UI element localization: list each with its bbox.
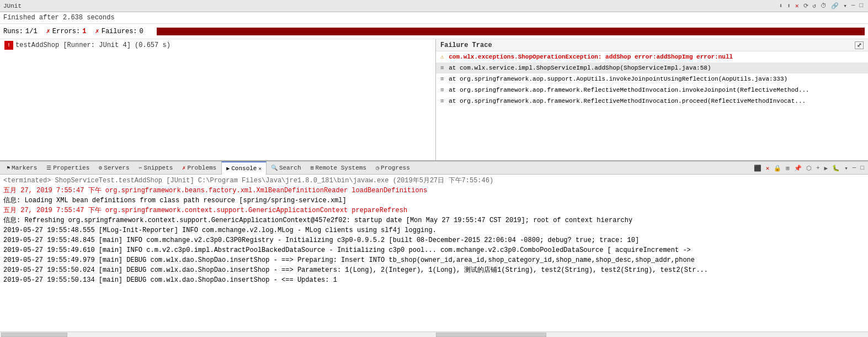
trace-stack-icon-3: ≡: [440, 87, 444, 93]
tab-snippets-label: Snippets: [144, 165, 173, 171]
console-new-icon[interactable]: +: [814, 164, 822, 172]
console-line-5: 2019-05-27 19:55:48.845 [main] INFO com.…: [0, 235, 868, 245]
trace-warning-icon: ⚠: [440, 54, 444, 60]
failures-stat: ✗ Failures: 0: [95, 27, 143, 35]
tab-snippets[interactable]: ✂ Snippets: [135, 161, 178, 175]
console-scroll-thumb[interactable]: [1, 333, 67, 337]
console-stop-icon[interactable]: ⬛: [752, 164, 763, 172]
runs-label: Runs:: [3, 28, 23, 35]
trace-line-2: ≡ at org.springframework.aop.support.Aop…: [436, 73, 868, 85]
minimize-icon[interactable]: ─: [850, 2, 857, 10]
trace-maximize-button[interactable]: ⤢: [855, 41, 864, 49]
more-icon[interactable]: ▾: [842, 2, 849, 10]
trace-text-4: at org.springframework.aop.framework.Ref…: [449, 98, 806, 104]
console-run-icon[interactable]: ▶: [823, 164, 830, 172]
rerun-failed-icon[interactable]: ↺: [811, 2, 818, 10]
tab-remote-systems[interactable]: ⊞ Remote Systems: [306, 161, 371, 175]
terminated-text: <terminated> ShopServiceTest.testAddShop…: [3, 177, 493, 185]
console-line-7: 2019-05-27 19:55:49.979 [main] DEBUG com…: [0, 255, 868, 265]
console-terminated-line: <terminated> ShopServiceTest.testAddShop…: [0, 176, 868, 186]
markers-icon: ⚑: [7, 165, 10, 171]
failures-label: Failures:: [102, 28, 137, 35]
console-text-5: 2019-05-27 19:55:48.845 [main] INFO com.…: [3, 236, 639, 244]
error-icon: ✗: [46, 27, 50, 35]
top-bar-icons: ⬇ ⬆ ✕ ⟳ ↺ ⏱ 🔗 ▾ ─ □: [778, 2, 865, 10]
console-panel[interactable]: <terminated> ShopServiceTest.testAddShop…: [0, 175, 868, 331]
tab-properties-label: Properties: [53, 165, 89, 171]
console-clear-icon[interactable]: ✕: [764, 164, 771, 172]
junit-finished-status: Finished after 2.638 seconds: [0, 12, 868, 24]
trace-stack-icon-4: ≡: [440, 98, 444, 104]
test-item[interactable]: ! testAddShop [Runner: JUnit 4] (0.657 s…: [0, 39, 435, 51]
trace-line-3: ≡ at org.springframework.aop.framework.R…: [436, 85, 868, 96]
failure-icon: ✗: [95, 27, 99, 35]
console-area: <terminated> ShopServiceTest.testAddShop…: [0, 175, 868, 337]
tab-markers[interactable]: ⚑ Markers: [2, 161, 42, 175]
console-text-2: 五月 27, 2019 7:55:47 下午 org.springframewo…: [3, 207, 407, 214]
console-text-7: 2019-05-27 19:55:49.979 [main] DEBUG com…: [3, 256, 695, 264]
console-close-icon[interactable]: ✕: [258, 166, 261, 172]
errors-label: Errors:: [52, 28, 80, 35]
test-progress-bar: [157, 28, 865, 35]
tab-progress-label: Progress: [381, 165, 410, 171]
junit-tab-bar: JUnit ⬇ ⬆ ✕ ⟳ ↺ ⏱ 🔗 ▾ ─ □: [0, 0, 868, 12]
tab-remote-label: Remote Systems: [316, 165, 366, 171]
maximize-icon[interactable]: □: [858, 2, 865, 10]
arrow-up-icon[interactable]: ⬆: [785, 2, 792, 10]
tab-progress[interactable]: ◷ Progress: [371, 161, 415, 175]
servers-icon: ⚙: [99, 165, 102, 171]
trace-stack-icon-2: ≡: [440, 76, 444, 82]
trace-line-0: ⚠ com.wlx.exceptions.ShopOperationExcept…: [436, 51, 868, 62]
runs-value: 1/1: [25, 28, 38, 35]
console-text-4: 2019-05-27 19:55:48.555 [MLog-Init-Repor…: [3, 227, 436, 234]
errors-stat: ✗ Errors: 1: [46, 27, 87, 35]
console-line-3: 信息: Refreshing org.springframework.conte…: [0, 215, 868, 225]
console-text-0: 五月 27, 2019 7:55:47 下午 org.springframewo…: [3, 187, 427, 194]
trace-line-1: ≡ at com.wlx.service.impl.ShopServiceImp…: [436, 62, 868, 73]
console-line-1: 信息: Loading XML bean definitions from cl…: [0, 196, 868, 206]
stop-icon[interactable]: ✕: [794, 2, 801, 10]
properties-icon: ☰: [46, 165, 51, 171]
tab-console-label: Console: [231, 165, 257, 172]
console-pin-icon[interactable]: 📌: [792, 164, 803, 172]
tab-console[interactable]: ▶ Console ✕: [221, 161, 267, 175]
tab-properties[interactable]: ☰ Properties: [42, 161, 94, 175]
junit-stats-row: Runs: 1/1 ✗ Errors: 1 ✗ Failures: 0: [0, 24, 868, 39]
test-item-label: testAddShop [Runner: JUnit 4] (0.657 s): [15, 41, 171, 49]
tab-servers[interactable]: ⚙ Servers: [94, 161, 134, 175]
console-line-6: 2019-05-27 19:55:49.610 [main] INFO c.m.…: [0, 245, 868, 255]
progress-icon: ◷: [376, 165, 379, 171]
console-line-9: 2019-05-27 19:55:50.134 [main] DEBUG com…: [0, 275, 868, 285]
bottom-section: ⚑ Markers ☰ Properties ⚙ Servers ✂ Snipp…: [0, 161, 868, 337]
test-error-icon: !: [4, 41, 13, 50]
tab-search[interactable]: 🔍 Search: [267, 161, 306, 175]
failures-value: 0: [140, 28, 143, 35]
trace-text-3: at org.springframework.aop.framework.Ref…: [449, 87, 810, 93]
tab-markers-label: Markers: [12, 165, 37, 171]
arrow-down-icon[interactable]: ⬇: [778, 2, 785, 10]
console-text-3: 信息: Refreshing org.springframework.conte…: [3, 217, 632, 224]
trace-text-2: at org.springframework.aop.support.AopUt…: [449, 76, 787, 82]
test-list-panel[interactable]: ! testAddShop [Runner: JUnit 4] (0.657 s…: [0, 39, 436, 160]
console-debug-icon[interactable]: 🐛: [830, 164, 842, 172]
problems-icon: ✗: [182, 165, 185, 171]
console-scroll-lock-icon[interactable]: 🔒: [772, 164, 783, 172]
link-icon[interactable]: 🔗: [829, 2, 840, 10]
console-text-6: 2019-05-27 19:55:49.610 [main] INFO c.m.…: [3, 246, 691, 254]
console-maximize-icon[interactable]: □: [859, 164, 866, 172]
console-text-8: 2019-05-27 19:55:50.024 [main] DEBUG com…: [3, 266, 708, 274]
tab-search-label: Search: [279, 165, 301, 171]
history-icon[interactable]: ⏱: [819, 2, 828, 10]
console-line-8: 2019-05-27 19:55:50.024 [main] DEBUG com…: [0, 265, 868, 275]
console-open-icon[interactable]: ⬡: [805, 164, 813, 172]
tab-problems[interactable]: ✗ Problems: [178, 161, 221, 175]
tabs-bar: ⚑ Markers ☰ Properties ⚙ Servers ✂ Snipp…: [0, 161, 868, 175]
console-line-0: 五月 27, 2019 7:55:47 下午 org.springframewo…: [0, 186, 868, 196]
trace-text-0: com.wlx.exceptions.ShopOperationExceptio…: [449, 54, 733, 60]
console-minimize-icon[interactable]: ─: [851, 164, 858, 172]
console-icon: ▶: [226, 165, 230, 172]
trace-line-4: ≡ at org.springframework.aop.framework.R…: [436, 96, 868, 107]
rerun-icon[interactable]: ⟳: [802, 2, 810, 10]
console-copy-icon[interactable]: ⊞: [784, 164, 791, 172]
console-more-icon[interactable]: ▾: [843, 164, 850, 172]
